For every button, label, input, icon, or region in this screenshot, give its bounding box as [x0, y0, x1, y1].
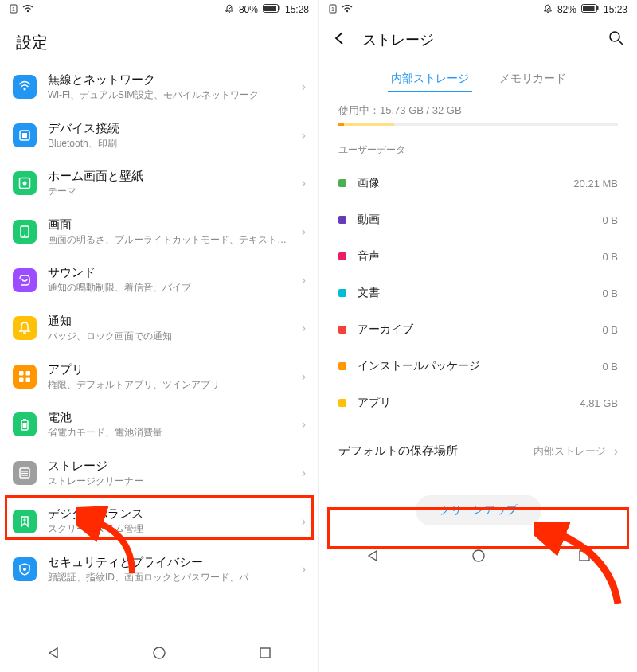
settings-item-title: 無線とネットワーク [48, 72, 291, 88]
settings-item-sub: 通知の鳴動制限、着信音、バイブ [48, 282, 291, 295]
nav-bar [0, 637, 318, 672]
settings-item-text: ストレージストレージクリーナー [48, 459, 291, 488]
settings-item-sub: Bluetooth、印刷 [48, 138, 291, 150]
data-item-5[interactable]: インストールパッケージ0 B [326, 348, 631, 385]
svg-rect-19 [23, 419, 26, 420]
search-icon[interactable] [608, 30, 624, 49]
tab-memorycard[interactable]: メモリカード [496, 67, 569, 92]
settings-item-sub: 権限、デフォルトアプリ、ツインアプリ [48, 379, 291, 392]
nav-home[interactable] [470, 547, 487, 565]
data-value: 0 B [602, 361, 618, 373]
svg-point-11 [23, 182, 27, 186]
settings-item-title: サウンド [48, 265, 291, 280]
default-location-label: デフォルトの保存場所 [338, 443, 526, 459]
nav-back[interactable] [364, 547, 381, 565]
settings-item-0[interactable]: 無線とネットワークWi-Fi、デュアルSIM設定、モバイルネットワーク› [0, 63, 318, 111]
data-item-4[interactable]: アーカイブ0 B [326, 311, 631, 348]
back-icon[interactable] [332, 30, 348, 49]
settings-item-text: サウンド通知の鳴動制限、着信音、バイブ [48, 265, 291, 295]
svg-point-25 [23, 568, 26, 571]
svg-rect-17 [26, 377, 31, 382]
chevron-right-icon: › [302, 273, 306, 287]
svg-rect-27 [260, 648, 270, 658]
chevron-right-icon: › [302, 128, 306, 143]
progress-segment [344, 123, 394, 126]
settings-item-icon [13, 510, 37, 533]
settings-item-title: 電池 [48, 410, 291, 425]
svg-rect-34 [583, 6, 595, 11]
usage-value: 15.73 GB / 32 GB [380, 104, 462, 116]
data-item-1[interactable]: 動画0 B [326, 201, 631, 238]
data-dot [338, 399, 346, 407]
settings-item-sub: 省電力モード、電池消費量 [48, 427, 291, 440]
data-item-0[interactable]: 画像20.21 MB [326, 165, 631, 201]
data-item-3[interactable]: 文書0 B [326, 275, 631, 311]
svg-rect-9 [22, 133, 27, 138]
settings-item-icon [13, 461, 37, 485]
settings-list[interactable]: 無線とネットワークWi-Fi、デュアルSIM設定、モバイルネットワーク›デバイス… [0, 63, 318, 637]
data-label: 音声 [358, 249, 591, 264]
usage-label: 使用中： [338, 104, 380, 116]
settings-item-icon [13, 557, 37, 581]
settings-item-7[interactable]: 電池省電力モード、電池消費量› [0, 400, 318, 449]
svg-rect-5 [279, 6, 280, 10]
settings-item-title: 画面 [48, 217, 291, 232]
svg-point-30 [346, 10, 348, 12]
chevron-right-icon: › [302, 417, 306, 432]
nav-recent[interactable] [256, 644, 274, 662]
settings-item-2[interactable]: ホーム画面と壁紙テーマ› [0, 159, 318, 208]
tab-internal[interactable]: 内部ストレージ [388, 67, 472, 92]
chevron-right-icon: › [302, 466, 306, 480]
settings-item-3[interactable]: 画面画面の明るさ、ブルーライトカットモード、テキストサイズと表示サイズ› [0, 208, 318, 256]
settings-item-10[interactable]: セキュリティとプライバシー顔認証、指紋ID、画面ロックとパスワード、パ› [0, 545, 318, 594]
battery-pct: 82% [557, 4, 576, 15]
chevron-right-icon: › [302, 562, 306, 576]
data-value: 0 B [602, 214, 618, 226]
settings-item-text: ホーム画面と壁紙テーマ [48, 169, 291, 198]
settings-item-text: 電池省電力モード、電池消費量 [48, 410, 291, 440]
settings-item-9[interactable]: デジタルバランススクリーンタイム管理› [0, 497, 318, 545]
data-dot [338, 362, 346, 370]
status-time: 15:23 [604, 4, 627, 15]
svg-rect-6 [264, 6, 276, 11]
chevron-right-icon: › [302, 176, 306, 190]
page-title: 設定 [0, 19, 318, 63]
default-location-row[interactable]: デフォルトの保存場所 内部ストレージ › [329, 431, 627, 471]
settings-item-title: アプリ [48, 362, 291, 377]
settings-item-sub: 画面の明るさ、ブルーライトカットモード、テキストサイズと表示サイズ [48, 234, 291, 247]
settings-item-6[interactable]: アプリ権限、デフォルトアプリ、ツインアプリ› [0, 353, 318, 401]
settings-item-title: ストレージ [48, 459, 291, 474]
status-bar: 1 82% 15:23 [319, 0, 637, 19]
sim-icon: 1 [10, 4, 18, 16]
settings-item-sub: テーマ [48, 186, 291, 198]
data-value: 0 B [602, 324, 618, 336]
settings-item-1[interactable]: デバイス接続Bluetooth、印刷› [0, 111, 318, 160]
settings-item-text: アプリ権限、デフォルトアプリ、ツインアプリ [48, 362, 291, 392]
svg-rect-16 [19, 377, 24, 382]
storage-header: ストレージ [319, 19, 637, 61]
cleanup-button[interactable]: クリーンアップ [416, 495, 541, 525]
settings-item-8[interactable]: ストレージストレージクリーナー› [0, 449, 318, 498]
settings-item-4[interactable]: サウンド通知の鳴動制限、着信音、バイブ› [0, 256, 318, 304]
data-item-2[interactable]: 音声0 B [326, 238, 631, 275]
data-item-6[interactable]: アプリ4.81 GB [326, 385, 631, 421]
status-time: 15:28 [285, 4, 309, 15]
wifi-icon [22, 4, 33, 15]
battery-pct: 80% [239, 4, 258, 15]
dnd-icon [225, 4, 234, 16]
settings-item-title: 通知 [48, 314, 291, 329]
settings-item-sub: バッジ、ロック画面での通知 [48, 330, 291, 343]
settings-item-5[interactable]: 通知バッジ、ロック画面での通知› [0, 304, 318, 353]
settings-screen: 1 80% 15:28 設定 無線とネットワークWi-Fi、デュアルSIM設定、… [0, 0, 318, 672]
settings-item-sub: ストレージクリーナー [48, 475, 291, 488]
data-value: 20.21 MB [573, 178, 618, 189]
settings-item-icon [13, 365, 37, 389]
data-label: インストールパッケージ [358, 359, 591, 373]
battery-icon [263, 4, 280, 15]
sim-icon: 1 [329, 4, 337, 16]
settings-item-icon [13, 171, 37, 195]
svg-rect-15 [26, 371, 31, 376]
nav-home[interactable] [150, 644, 168, 662]
svg-rect-14 [19, 371, 24, 376]
nav-back[interactable] [45, 644, 62, 662]
